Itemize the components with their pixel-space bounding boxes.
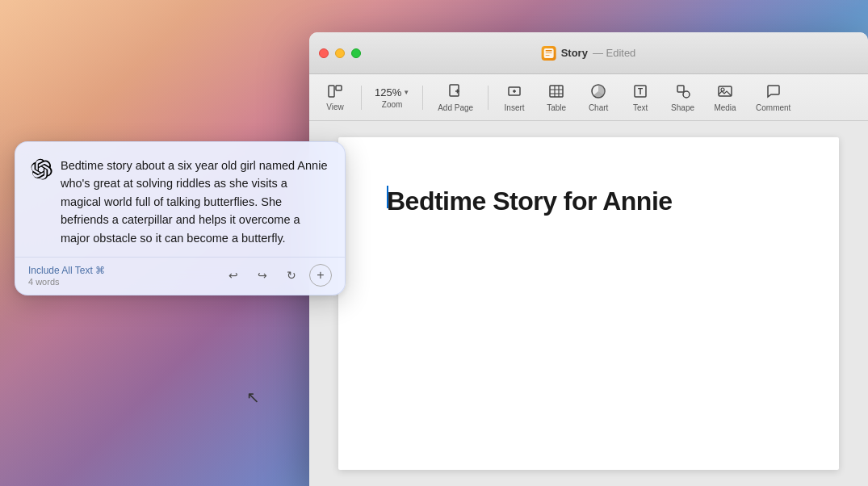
chart-icon xyxy=(590,83,606,102)
view-label: View xyxy=(326,103,344,111)
word-count: 4 words xyxy=(28,277,105,287)
view-icon xyxy=(327,84,343,101)
text-button[interactable]: T Text xyxy=(621,80,660,115)
svg-rect-1 xyxy=(546,50,552,52)
text-icon: T xyxy=(632,83,648,102)
chatgpt-panel: Bedtime story about a six year old girl … xyxy=(15,141,346,295)
svg-text:T: T xyxy=(638,87,643,96)
shape-button[interactable]: Shape xyxy=(663,80,702,115)
document-page[interactable]: Bedtime Story for Annie xyxy=(338,137,839,470)
window-title: Story xyxy=(561,47,588,59)
undo-button[interactable]: ↩ xyxy=(222,264,245,287)
chart-button[interactable]: Chart xyxy=(579,80,618,115)
comment-icon xyxy=(765,83,782,102)
chatgpt-footer-left: Include All Text ⌘ 4 words xyxy=(28,265,105,287)
pages-app-icon xyxy=(542,46,556,61)
chatgpt-prompt-text[interactable]: Bedtime story about a six year old girl … xyxy=(61,157,330,247)
media-button[interactable]: Media xyxy=(706,80,744,115)
refresh-button[interactable]: ↻ xyxy=(280,264,303,287)
text-cursor xyxy=(387,186,388,208)
add-page-button[interactable]: Add Page xyxy=(430,80,481,115)
title-bar-center: Story — Edited xyxy=(542,46,636,61)
window-edited: — Edited xyxy=(593,47,635,59)
document-area[interactable]: Bedtime Story for Annie xyxy=(309,121,868,486)
table-label: Table xyxy=(547,103,566,112)
svg-rect-3 xyxy=(546,55,550,56)
redo-button[interactable]: ↪ xyxy=(251,264,274,287)
maximize-button[interactable] xyxy=(351,48,361,58)
media-label: Media xyxy=(714,103,736,112)
comment-button[interactable]: Comment xyxy=(748,80,799,115)
svg-point-23 xyxy=(721,88,724,91)
insert-button[interactable]: Insert xyxy=(495,80,534,115)
add-page-label: Add Page xyxy=(438,103,473,112)
zoom-value-text: 125% xyxy=(375,86,401,98)
svg-rect-2 xyxy=(546,52,552,53)
pages-window: Story — Edited View 125% ▼ Zoom xyxy=(309,32,868,486)
media-icon xyxy=(717,83,733,102)
text-label: Text xyxy=(633,103,648,112)
shape-icon xyxy=(675,83,691,102)
table-icon xyxy=(548,83,564,102)
add-page-icon xyxy=(447,83,463,102)
view-button[interactable]: View xyxy=(316,81,354,115)
traffic-lights xyxy=(319,48,361,58)
table-button[interactable]: Table xyxy=(537,80,576,115)
footer-actions: ↩ ↪ ↻ + xyxy=(222,264,332,287)
minimize-button[interactable] xyxy=(335,48,345,58)
svg-point-21 xyxy=(683,91,690,98)
toolbar-separator-2 xyxy=(422,86,423,110)
close-button[interactable] xyxy=(319,48,329,58)
chatgpt-content: Bedtime story about a six year old girl … xyxy=(15,142,345,257)
toolbar-separator-1 xyxy=(361,86,362,110)
comment-label: Comment xyxy=(756,103,790,112)
insert-icon xyxy=(506,83,522,102)
chatgpt-footer: Include All Text ⌘ 4 words ↩ ↪ ↻ + xyxy=(15,257,345,295)
zoom-control[interactable]: 125% ▼ Zoom xyxy=(368,83,416,112)
chart-label: Chart xyxy=(589,103,608,112)
svg-rect-5 xyxy=(336,86,342,90)
zoom-display: 125% ▼ xyxy=(375,86,409,98)
svg-rect-12 xyxy=(550,86,563,97)
zoom-chevron-icon: ▼ xyxy=(403,89,409,96)
svg-rect-4 xyxy=(329,86,334,97)
chatgpt-icon xyxy=(30,158,52,181)
add-button[interactable]: + xyxy=(309,264,332,287)
svg-rect-20 xyxy=(677,86,684,92)
title-bar: Story — Edited xyxy=(309,32,868,74)
zoom-label: Zoom xyxy=(382,100,403,109)
include-all-text-label[interactable]: Include All Text ⌘ xyxy=(28,265,105,276)
toolbar-separator-3 xyxy=(488,86,489,110)
toolbar: View 125% ▼ Zoom Add Page xyxy=(309,74,868,121)
shape-label: Shape xyxy=(671,103,694,112)
insert-label: Insert xyxy=(505,103,525,112)
document-title[interactable]: Bedtime Story for Annie xyxy=(387,186,790,216)
